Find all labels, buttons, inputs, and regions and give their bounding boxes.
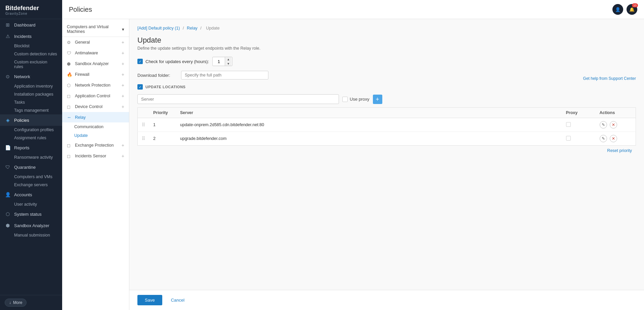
add-server-button[interactable]: + xyxy=(373,95,382,104)
sidebar-sub-assignment-rules[interactable]: Assignment rules xyxy=(0,134,62,142)
notifications-icon-btn[interactable]: 🔔 10 xyxy=(627,4,637,15)
update-locations-checkbox[interactable]: ✓ xyxy=(137,84,143,90)
plus-icon[interactable]: + xyxy=(122,104,124,109)
plus-icon[interactable]: + xyxy=(122,40,124,45)
edit-icon[interactable]: ✎ xyxy=(600,135,607,142)
sidebar-sub-custom-detection[interactable]: Custom detection rules xyxy=(0,50,62,58)
app-control-icon: ◻ xyxy=(67,94,72,99)
row-proxy-checkbox[interactable] xyxy=(566,122,571,127)
bell-icon: 🔔 xyxy=(629,7,635,12)
plus-icon[interactable]: + xyxy=(122,50,124,56)
plus-icon[interactable]: + xyxy=(122,153,124,159)
breadcrumb-part2[interactable]: Relay xyxy=(187,26,198,31)
sidebar-item-network[interactable]: ⊙ Network xyxy=(0,71,62,82)
th-priority: Priority xyxy=(149,108,176,118)
policy-menu-label: General xyxy=(75,40,90,45)
plus-icon[interactable]: + xyxy=(122,61,124,66)
sidebar-item-system-status[interactable]: ⬡ System status xyxy=(0,208,62,220)
down-arrow-icon: ↓ xyxy=(9,300,11,305)
plus-icon[interactable]: + xyxy=(122,143,124,148)
use-proxy-checkbox[interactable] xyxy=(342,97,348,102)
priority-cell: 1 xyxy=(149,118,176,132)
check-updates-label[interactable]: ✓ Check for updates every (hours): xyxy=(137,59,209,64)
delete-icon[interactable]: ✕ xyxy=(610,135,617,142)
user-icon-btn[interactable]: 👤 xyxy=(612,4,623,15)
breadcrumb-sep1: / xyxy=(183,26,185,31)
page-title: Policies xyxy=(69,6,92,13)
policy-menu-exchange[interactable]: ◻ Exchange Protection + xyxy=(62,140,129,151)
sidebar-sub-manual[interactable]: Manual submission xyxy=(0,231,62,239)
sidebar-item-reports[interactable]: 📄 Reports xyxy=(0,142,62,153)
download-folder-input[interactable] xyxy=(181,71,268,80)
policy-menu-incidents-sensor[interactable]: ◻ Incidents Sensor + xyxy=(62,151,129,161)
sidebar-sub-custom-exclusion[interactable]: Custom exclusion rules xyxy=(0,58,62,71)
sidebar-item-quarantine[interactable]: 🛡 Quarantine xyxy=(0,161,62,173)
reset-priority-link[interactable]: Reset priority xyxy=(607,148,632,153)
policy-menu-device-control[interactable]: ◻ Device Control + xyxy=(62,101,129,112)
breadcrumb-part1[interactable]: [Add] Default policy (1) xyxy=(137,26,180,31)
plus-icon[interactable]: + xyxy=(122,93,124,99)
policy-menu-sandbox[interactable]: ⬢ Sandbox Analyzer + xyxy=(62,58,129,69)
policy-menu-antimalware[interactable]: 🛡 Antimalware + xyxy=(62,48,129,58)
sidebar-sub-blocklist[interactable]: Blocklist xyxy=(0,42,62,50)
sidebar-sub-app-inventory[interactable]: Application inventory xyxy=(0,82,62,90)
sidebar-sub-ransomware[interactable]: Ransomware activity xyxy=(0,153,62,161)
logo-area: Bitdefender GravityZone xyxy=(0,0,62,19)
table-toolbar: Use proxy + xyxy=(137,94,636,104)
policy-sub-communication[interactable]: Communication xyxy=(62,122,129,131)
actions-cell: ✎ ✕ xyxy=(596,118,636,132)
network-protection-icon: ⬡ xyxy=(67,83,72,88)
delete-icon[interactable]: ✕ xyxy=(610,121,617,128)
policies-icon: ◈ xyxy=(5,117,11,123)
sidebar-sub-computers-vms[interactable]: Computers and VMs xyxy=(0,173,62,181)
sidebar-sub-tags[interactable]: Tags management xyxy=(0,106,62,114)
spinner-up[interactable]: ▲ xyxy=(225,57,231,61)
plus-icon[interactable]: + xyxy=(122,83,124,88)
spinner-down[interactable]: ▼ xyxy=(225,61,231,66)
server-input[interactable] xyxy=(137,94,339,104)
hours-input[interactable] xyxy=(213,58,225,65)
sidebar-item-dashboard[interactable]: ⊞ Dashboard xyxy=(0,19,62,31)
server-cell: update-onprem.2d585.cdn.bitdefender.net:… xyxy=(176,118,562,132)
th-server: Server xyxy=(176,108,562,118)
policy-menu-app-control[interactable]: ◻ Application Control + xyxy=(62,91,129,101)
drag-handle-icon[interactable]: ⠿ xyxy=(142,136,145,141)
policy-menu-label: Device Control xyxy=(75,104,102,109)
sidebar-item-incidents[interactable]: ⚠ Incidents xyxy=(0,31,62,42)
sidebar-sub-config-profiles[interactable]: Configuration profiles xyxy=(0,126,62,134)
action-icons: ✎ ✕ xyxy=(600,135,632,142)
use-proxy-text: Use proxy xyxy=(350,97,370,102)
more-button[interactable]: ↓ More xyxy=(5,299,27,307)
action-icons: ✎ ✕ xyxy=(600,121,632,128)
cancel-button[interactable]: Cancel xyxy=(166,295,190,305)
policy-menu-network-protection[interactable]: ⬡ Network Protection + xyxy=(62,80,129,91)
row-proxy-checkbox[interactable] xyxy=(566,136,571,141)
sidebar-item-policies[interactable]: ◈ Policies xyxy=(0,114,62,126)
plus-icon[interactable]: + xyxy=(122,72,124,77)
drag-handle-icon[interactable]: ⠿ xyxy=(142,122,145,127)
policy-menu-label: Sandbox Analyzer xyxy=(75,61,109,66)
policy-sidebar: Computers and Virtual Machines ▾ ⚙ Gener… xyxy=(62,19,129,310)
sidebar-item-sandbox[interactable]: ⬢ Sandbox Analyzer xyxy=(0,220,62,231)
policy-menu-label: Antimalware xyxy=(75,51,98,55)
policy-menu-firewall[interactable]: 🔥 Firewall + xyxy=(62,69,129,80)
sidebar-item-label: Reports xyxy=(14,145,30,150)
save-button[interactable]: Save xyxy=(137,295,162,305)
sidebar-item-accounts[interactable]: 👤 Accounts xyxy=(0,189,62,200)
device-control-icon: ◻ xyxy=(67,104,72,109)
check-updates-checkbox[interactable]: ✓ xyxy=(137,59,143,64)
sidebar-sub-user-activity[interactable]: User activity xyxy=(0,200,62,208)
main-inner: Get help from Support Center [Add] Defau… xyxy=(129,19,644,290)
sidebar-sub-exchange[interactable]: Exchange servers xyxy=(0,181,62,189)
policy-menu-label: Exchange Protection xyxy=(75,143,114,148)
edit-icon[interactable]: ✎ xyxy=(600,121,607,128)
policy-menu-relay[interactable]: ↔ Relay xyxy=(62,112,129,122)
general-icon: ⚙ xyxy=(67,40,72,45)
sidebar-sub-tasks[interactable]: Tasks xyxy=(0,98,62,106)
policy-dropdown[interactable]: Computers and Virtual Machines ▾ xyxy=(62,22,129,37)
policy-menu-general[interactable]: ⚙ General + xyxy=(62,37,129,48)
hours-spinner[interactable]: ▲ ▼ xyxy=(212,57,232,66)
policy-sub-update[interactable]: Update xyxy=(62,131,129,140)
sidebar-sub-install-packages[interactable]: Installation packages xyxy=(0,90,62,98)
support-link[interactable]: Get help from Support Center xyxy=(583,76,636,81)
